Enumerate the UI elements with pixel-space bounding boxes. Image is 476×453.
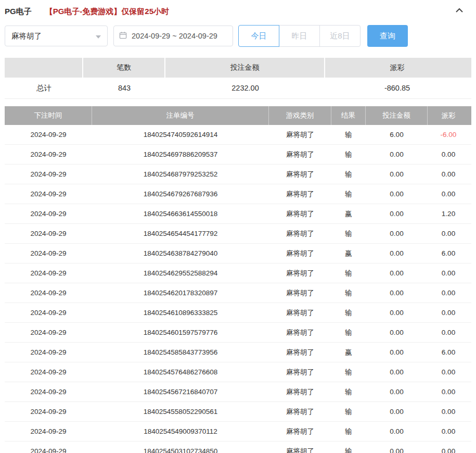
col-header-payout: 派彩 — [428, 106, 469, 125]
bet-amount: 0.00 — [366, 244, 428, 263]
bet-result: 输 — [331, 442, 366, 453]
summary-header-blank — [5, 58, 83, 78]
bet-payout: 0.00 — [428, 402, 469, 421]
bets-table-header: 下注时间 注单编号 游戏类别 结果 投注金额 派彩 — [5, 106, 471, 125]
collapse-button[interactable] — [455, 7, 464, 16]
bet-payout: 0.00 — [428, 283, 469, 303]
table-row: 2024-09-29 1840254687979253252 麻将胡了 输 0.… — [5, 165, 471, 184]
table-row: 2024-09-29 1840254654454177792 麻将胡了 输 0.… — [5, 224, 471, 244]
col-header-id: 注单编号 — [92, 106, 269, 125]
bet-amount: 0.00 — [366, 145, 428, 164]
game-type: 麻将胡了 — [269, 145, 331, 164]
game-select[interactable]: 麻将胡了 — [5, 26, 108, 46]
chevron-up-icon — [455, 7, 464, 16]
date-range-input[interactable]: 2024-09-29 ~ 2024-09-29 — [113, 26, 233, 46]
game-type: 麻将胡了 — [269, 224, 331, 243]
bet-id: 1840254567216840707 — [92, 382, 269, 401]
game-type: 麻将胡了 — [269, 303, 331, 322]
bet-payout: 0.00 — [428, 263, 469, 283]
bet-date: 2024-09-29 — [5, 323, 92, 342]
quick-filter-today[interactable]: 今日 — [238, 25, 279, 47]
bet-amount: 0.00 — [366, 442, 428, 453]
bet-result: 输 — [331, 184, 366, 204]
bet-date: 2024-09-29 — [5, 343, 92, 362]
bet-date: 2024-09-29 — [5, 303, 92, 322]
summary-header-amount: 投注金额 — [165, 58, 325, 78]
game-select-value: 麻将胡了 — [11, 31, 42, 41]
bet-date: 2024-09-29 — [5, 402, 92, 421]
summary-total-amount: 2232.00 — [165, 78, 325, 98]
bet-id: 1840254679267687936 — [92, 184, 269, 204]
bet-result: 输 — [331, 224, 366, 243]
game-type: 麻将胡了 — [269, 422, 331, 441]
bet-date: 2024-09-29 — [5, 165, 92, 184]
quick-filter-last8days[interactable]: 近8日 — [319, 25, 361, 47]
bet-result: 输 — [331, 382, 366, 401]
bet-payout: 0.00 — [428, 442, 469, 453]
bet-id: 1840254585843773956 — [92, 343, 269, 362]
bet-payout: 0.00 — [428, 224, 469, 243]
bet-id: 1840254558052290561 — [92, 402, 269, 421]
quick-filter-group: 今日 昨日 近8日 — [238, 25, 361, 47]
bet-payout: 0.00 — [428, 303, 469, 322]
summary-header-count: 笔数 — [83, 58, 165, 78]
col-header-result: 结果 — [331, 106, 366, 125]
bet-amount: 6.00 — [366, 125, 428, 144]
table-row: 2024-09-29 1840254503102734850 麻将胡了 输 0.… — [5, 442, 471, 453]
bet-id: 1840254697886209537 — [92, 145, 269, 164]
calendar-icon — [119, 31, 132, 41]
game-type: 麻将胡了 — [269, 125, 331, 144]
bet-amount: 0.00 — [366, 382, 428, 401]
bet-result: 输 — [331, 422, 366, 441]
bet-amount: 0.00 — [366, 184, 428, 204]
bet-amount: 0.00 — [366, 165, 428, 184]
bet-result: 输 — [331, 263, 366, 283]
bet-result: 输 — [331, 303, 366, 322]
game-type: 麻将胡了 — [269, 323, 331, 342]
filter-bar: 麻将胡了 2024-09-29 ~ 2024-09-29 今日 昨日 近8日 查… — [5, 25, 471, 47]
bet-result: 输 — [331, 145, 366, 164]
table-row: 2024-09-29 1840254663614550018 麻将胡了 赢 0.… — [5, 204, 471, 224]
bet-payout: 0.00 — [428, 422, 469, 441]
bet-result: 赢 — [331, 343, 366, 362]
bet-date: 2024-09-29 — [5, 422, 92, 441]
bet-payout: -6.00 — [428, 125, 469, 144]
game-type: 麻将胡了 — [269, 165, 331, 184]
table-row: 2024-09-29 1840254601597579776 麻将胡了 输 0.… — [5, 323, 471, 343]
bet-id: 1840254663614550018 — [92, 204, 269, 223]
bets-table: 下注时间 注单编号 游戏类别 结果 投注金额 派彩 2024-09-29 184… — [5, 106, 471, 453]
game-type: 麻将胡了 — [269, 263, 331, 283]
bet-date: 2024-09-29 — [5, 283, 92, 303]
retention-notice: 【PG电子-免费游戏】仅保留25小时 — [45, 7, 169, 17]
bet-result: 赢 — [331, 204, 366, 223]
bet-id: 1840254687979253252 — [92, 165, 269, 184]
bet-date: 2024-09-29 — [5, 244, 92, 263]
game-type: 麻将胡了 — [269, 362, 331, 382]
bet-amount: 0.00 — [366, 224, 428, 243]
game-type: 麻将胡了 — [269, 442, 331, 453]
col-header-game: 游戏类别 — [269, 106, 331, 125]
table-row: 2024-09-29 1840254638784279040 麻将胡了 赢 0.… — [5, 244, 471, 263]
page: PG电子 【PG电子-免费游戏】仅保留25小时 麻将胡了 2024-09-29 … — [0, 0, 476, 453]
bet-date: 2024-09-29 — [5, 145, 92, 164]
bet-result: 输 — [331, 125, 366, 144]
game-type: 麻将胡了 — [269, 402, 331, 421]
bet-result: 输 — [331, 165, 366, 184]
bet-result: 输 — [331, 362, 366, 382]
quick-filter-yesterday[interactable]: 昨日 — [279, 25, 320, 47]
game-type: 麻将胡了 — [269, 283, 331, 303]
chevron-down-icon — [96, 32, 101, 40]
bet-amount: 0.00 — [366, 402, 428, 421]
bet-result: 输 — [331, 323, 366, 342]
bet-amount: 0.00 — [366, 343, 428, 362]
table-row: 2024-09-29 1840254576486276608 麻将胡了 输 0.… — [5, 362, 471, 382]
summary-total-count: 843 — [83, 78, 165, 98]
summary-table: 笔数 投注金额 派彩 总计 843 2232.00 -860.85 — [5, 58, 471, 99]
search-button[interactable]: 查询 — [367, 25, 408, 47]
bet-id: 1840254629552588294 — [92, 263, 269, 283]
bet-payout: 1.20 — [428, 204, 469, 223]
bet-date: 2024-09-29 — [5, 382, 92, 401]
bet-id: 1840254601597579776 — [92, 323, 269, 342]
bet-payout: 6.00 — [428, 244, 469, 263]
bet-id: 1840254503102734850 — [92, 442, 269, 453]
